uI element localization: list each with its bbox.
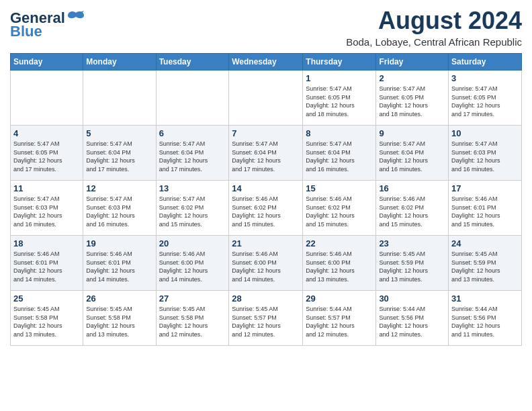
day-info: Sunrise: 5:46 AM Sunset: 6:01 PM Dayligh… [13, 250, 80, 283]
calendar-cell: 22Sunrise: 5:46 AM Sunset: 6:00 PM Dayli… [303, 236, 376, 291]
day-number: 14 [232, 183, 300, 193]
day-info: Sunrise: 5:47 AM Sunset: 6:03 PM Dayligh… [451, 140, 519, 173]
calendar-cell: 8Sunrise: 5:47 AM Sunset: 6:04 PM Daylig… [303, 126, 376, 181]
calendar-cell: 24Sunrise: 5:45 AM Sunset: 5:59 PM Dayli… [449, 236, 522, 291]
logo-bird-icon [66, 10, 85, 24]
day-number: 25 [13, 293, 80, 304]
calendar-cell [156, 71, 229, 126]
day-number: 5 [86, 128, 152, 138]
calendar-week-1: 1Sunrise: 5:47 AM Sunset: 6:05 PM Daylig… [11, 71, 522, 126]
calendar-cell: 20Sunrise: 5:46 AM Sunset: 6:00 PM Dayli… [156, 236, 229, 291]
month-title: August 2024 [346, 7, 522, 35]
day-info: Sunrise: 5:47 AM Sunset: 6:03 PM Dayligh… [86, 195, 152, 228]
day-number: 11 [13, 183, 80, 193]
day-number: 28 [232, 293, 300, 304]
day-info: Sunrise: 5:47 AM Sunset: 6:05 PM Dayligh… [379, 85, 445, 118]
day-number: 29 [306, 293, 373, 304]
day-info: Sunrise: 5:45 AM Sunset: 5:58 PM Dayligh… [159, 305, 226, 338]
day-info: Sunrise: 5:46 AM Sunset: 6:00 PM Dayligh… [306, 250, 373, 283]
calendar-table: SundayMondayTuesdayWednesdayThursdayFrid… [10, 53, 522, 346]
day-info: Sunrise: 5:47 AM Sunset: 6:04 PM Dayligh… [306, 140, 373, 173]
day-number: 13 [159, 183, 226, 193]
calendar-cell: 27Sunrise: 5:45 AM Sunset: 5:58 PM Dayli… [156, 291, 229, 346]
day-number: 12 [86, 183, 152, 193]
day-number: 17 [451, 183, 519, 193]
weekday-header-wednesday: Wednesday [229, 54, 303, 71]
day-number: 10 [451, 128, 519, 138]
calendar-cell: 28Sunrise: 5:45 AM Sunset: 5:57 PM Dayli… [229, 291, 303, 346]
day-info: Sunrise: 5:47 AM Sunset: 6:05 PM Dayligh… [13, 140, 80, 173]
calendar-week-4: 18Sunrise: 5:46 AM Sunset: 6:01 PM Dayli… [11, 236, 522, 291]
day-info: Sunrise: 5:47 AM Sunset: 6:03 PM Dayligh… [13, 195, 80, 228]
weekday-header-tuesday: Tuesday [156, 54, 229, 71]
day-number: 19 [86, 238, 152, 248]
weekday-header-monday: Monday [83, 54, 156, 71]
day-info: Sunrise: 5:45 AM Sunset: 5:57 PM Dayligh… [232, 305, 300, 338]
day-number: 1 [306, 73, 373, 83]
day-number: 18 [13, 238, 80, 248]
calendar-cell: 9Sunrise: 5:47 AM Sunset: 6:04 PM Daylig… [376, 126, 449, 181]
weekday-header-sunday: Sunday [11, 54, 83, 71]
day-info: Sunrise: 5:46 AM Sunset: 6:00 PM Dayligh… [232, 250, 300, 283]
calendar-week-5: 25Sunrise: 5:45 AM Sunset: 5:58 PM Dayli… [11, 291, 522, 346]
day-info: Sunrise: 5:47 AM Sunset: 6:04 PM Dayligh… [159, 140, 226, 173]
day-info: Sunrise: 5:45 AM Sunset: 5:59 PM Dayligh… [379, 250, 445, 283]
calendar-cell: 5Sunrise: 5:47 AM Sunset: 6:04 PM Daylig… [83, 126, 156, 181]
day-number: 2 [379, 73, 445, 83]
day-info: Sunrise: 5:46 AM Sunset: 6:01 PM Dayligh… [86, 250, 152, 283]
calendar-cell [83, 71, 156, 126]
day-info: Sunrise: 5:47 AM Sunset: 6:04 PM Dayligh… [232, 140, 300, 173]
day-number: 16 [379, 183, 445, 193]
day-info: Sunrise: 5:46 AM Sunset: 6:00 PM Dayligh… [159, 250, 226, 283]
calendar-cell: 7Sunrise: 5:47 AM Sunset: 6:04 PM Daylig… [229, 126, 303, 181]
title-block: August 2024 Boda, Lobaye, Central Africa… [346, 7, 522, 48]
day-number: 3 [451, 73, 519, 83]
calendar-week-3: 11Sunrise: 5:47 AM Sunset: 6:03 PM Dayli… [11, 181, 522, 236]
calendar-cell: 23Sunrise: 5:45 AM Sunset: 5:59 PM Dayli… [376, 236, 449, 291]
calendar-cell: 3Sunrise: 5:47 AM Sunset: 6:05 PM Daylig… [449, 71, 522, 126]
calendar-cell: 21Sunrise: 5:46 AM Sunset: 6:00 PM Dayli… [229, 236, 303, 291]
weekday-header-thursday: Thursday [303, 54, 376, 71]
page-header: General Blue August 2024 Boda, Lobaye, C… [10, 7, 522, 48]
calendar-cell: 25Sunrise: 5:45 AM Sunset: 5:58 PM Dayli… [11, 291, 83, 346]
day-number: 21 [232, 238, 300, 248]
weekday-header-friday: Friday [376, 54, 449, 71]
day-number: 20 [159, 238, 226, 248]
calendar-cell: 13Sunrise: 5:47 AM Sunset: 6:02 PM Dayli… [156, 181, 229, 236]
day-number: 27 [159, 293, 226, 304]
day-info: Sunrise: 5:47 AM Sunset: 6:02 PM Dayligh… [159, 195, 226, 228]
calendar-cell: 14Sunrise: 5:46 AM Sunset: 6:02 PM Dayli… [229, 181, 303, 236]
calendar-cell: 11Sunrise: 5:47 AM Sunset: 6:03 PM Dayli… [11, 181, 83, 236]
day-info: Sunrise: 5:46 AM Sunset: 6:02 PM Dayligh… [306, 195, 373, 228]
location-title: Boda, Lobaye, Central African Republic [346, 36, 522, 48]
calendar-week-2: 4Sunrise: 5:47 AM Sunset: 6:05 PM Daylig… [11, 126, 522, 181]
calendar-cell: 19Sunrise: 5:46 AM Sunset: 6:01 PM Dayli… [83, 236, 156, 291]
day-info: Sunrise: 5:44 AM Sunset: 5:56 PM Dayligh… [451, 305, 519, 338]
calendar-cell: 29Sunrise: 5:44 AM Sunset: 5:57 PM Dayli… [303, 291, 376, 346]
day-info: Sunrise: 5:47 AM Sunset: 6:05 PM Dayligh… [451, 85, 519, 118]
day-info: Sunrise: 5:46 AM Sunset: 6:02 PM Dayligh… [232, 195, 300, 228]
day-info: Sunrise: 5:45 AM Sunset: 5:58 PM Dayligh… [13, 305, 80, 338]
day-info: Sunrise: 5:46 AM Sunset: 6:02 PM Dayligh… [379, 195, 445, 228]
day-number: 30 [379, 293, 445, 304]
day-number: 6 [159, 128, 226, 138]
day-info: Sunrise: 5:44 AM Sunset: 5:57 PM Dayligh… [306, 305, 373, 338]
calendar-cell [11, 71, 83, 126]
day-number: 4 [13, 128, 80, 138]
day-info: Sunrise: 5:46 AM Sunset: 6:01 PM Dayligh… [451, 195, 519, 228]
day-info: Sunrise: 5:47 AM Sunset: 6:04 PM Dayligh… [379, 140, 445, 173]
calendar-cell: 6Sunrise: 5:47 AM Sunset: 6:04 PM Daylig… [156, 126, 229, 181]
day-number: 7 [232, 128, 300, 138]
calendar-cell: 12Sunrise: 5:47 AM Sunset: 6:03 PM Dayli… [83, 181, 156, 236]
day-info: Sunrise: 5:47 AM Sunset: 6:04 PM Dayligh… [86, 140, 152, 173]
day-number: 15 [306, 183, 373, 193]
calendar-cell: 26Sunrise: 5:45 AM Sunset: 5:58 PM Dayli… [83, 291, 156, 346]
calendar-cell: 10Sunrise: 5:47 AM Sunset: 6:03 PM Dayli… [449, 126, 522, 181]
logo: General Blue [10, 10, 85, 40]
day-info: Sunrise: 5:47 AM Sunset: 6:05 PM Dayligh… [306, 85, 373, 118]
calendar-cell: 1Sunrise: 5:47 AM Sunset: 6:05 PM Daylig… [303, 71, 376, 126]
weekday-header-row: SundayMondayTuesdayWednesdayThursdayFrid… [11, 54, 522, 71]
calendar-cell: 31Sunrise: 5:44 AM Sunset: 5:56 PM Dayli… [449, 291, 522, 346]
day-info: Sunrise: 5:44 AM Sunset: 5:56 PM Dayligh… [379, 305, 445, 338]
calendar-cell: 16Sunrise: 5:46 AM Sunset: 6:02 PM Dayli… [376, 181, 449, 236]
